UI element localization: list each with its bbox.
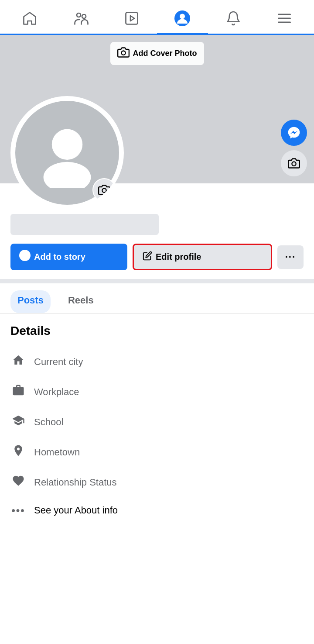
pencil-icon xyxy=(143,251,152,263)
friends-icon xyxy=(73,10,89,28)
edit-profile-label: Edit profile xyxy=(156,252,201,262)
detail-school[interactable]: School xyxy=(10,407,304,437)
school-text: School xyxy=(34,417,63,428)
add-to-story-button[interactable]: Add to story xyxy=(10,244,127,270)
change-profile-photo-button[interactable] xyxy=(92,178,116,202)
profile-name-placeholder xyxy=(10,214,159,235)
add-cover-photo-label: Add Cover Photo xyxy=(133,49,197,58)
location-detail-icon xyxy=(10,444,26,460)
svg-point-12 xyxy=(102,189,106,193)
svg-point-5 xyxy=(180,14,185,19)
dots-icon: ••• xyxy=(10,504,26,517)
profile-picture-container xyxy=(10,96,124,210)
heart-detail-icon xyxy=(10,474,26,490)
bell-icon xyxy=(225,10,241,28)
svg-point-9 xyxy=(121,51,125,55)
edit-profile-button[interactable]: Edit profile xyxy=(133,244,272,270)
home-icon xyxy=(22,10,38,28)
profile-action-buttons: Add to story Edit profile ··· xyxy=(10,244,304,279)
work-detail-icon xyxy=(10,384,26,400)
detail-workplace[interactable]: Workplace xyxy=(10,377,304,407)
svg-marker-3 xyxy=(130,16,134,21)
nav-watch[interactable] xyxy=(106,7,157,33)
school-detail-icon xyxy=(10,414,26,430)
messenger-button[interactable] xyxy=(281,120,307,146)
more-options-button[interactable]: ··· xyxy=(277,245,304,269)
svg-point-10 xyxy=(52,129,82,160)
hometown-text: Hometown xyxy=(34,447,80,458)
profile-icon xyxy=(174,10,190,28)
cover-photo-area: Add Cover Photo xyxy=(0,35,314,183)
nav-friends[interactable] xyxy=(55,7,106,33)
profile-tabs: Posts Reels xyxy=(0,283,314,313)
workplace-text: Workplace xyxy=(34,386,79,398)
detail-hometown[interactable]: Hometown xyxy=(10,437,304,467)
details-heading: Details xyxy=(10,324,304,338)
svg-point-11 xyxy=(44,162,91,188)
see-about-info-row[interactable]: ••• See your About info xyxy=(10,497,304,523)
add-to-story-label: Add to story xyxy=(34,252,85,262)
cover-action-buttons xyxy=(281,120,307,176)
relationship-text: Relationship Status xyxy=(34,477,117,488)
top-navigation xyxy=(0,0,314,35)
nav-menu[interactable] xyxy=(259,7,310,33)
see-about-info-text: See your About info xyxy=(34,505,118,516)
profile-picture xyxy=(10,96,124,210)
tab-posts[interactable]: Posts xyxy=(10,290,51,313)
tab-reels[interactable]: Reels xyxy=(61,290,101,313)
nav-home[interactable] xyxy=(4,7,55,33)
svg-point-13 xyxy=(292,162,296,166)
details-section: Details Current city Workplace School xyxy=(0,313,314,523)
menu-icon xyxy=(276,10,292,28)
watch-icon xyxy=(124,10,140,28)
svg-rect-2 xyxy=(126,13,137,24)
svg-point-1 xyxy=(82,14,86,18)
section-divider xyxy=(0,279,314,283)
add-cover-photo-button[interactable]: Add Cover Photo xyxy=(110,42,204,65)
nav-notifications[interactable] xyxy=(208,7,259,33)
detail-current-city[interactable]: Current city xyxy=(10,347,304,377)
current-city-text: Current city xyxy=(34,356,83,368)
camera-icon xyxy=(117,46,130,61)
cover-camera-button[interactable] xyxy=(281,150,307,176)
detail-relationship[interactable]: Relationship Status xyxy=(10,467,304,497)
more-icon: ··· xyxy=(285,251,296,262)
nav-profile[interactable] xyxy=(157,7,208,33)
home-detail-icon xyxy=(10,354,26,370)
svg-point-0 xyxy=(77,13,81,17)
plus-icon xyxy=(19,250,31,264)
